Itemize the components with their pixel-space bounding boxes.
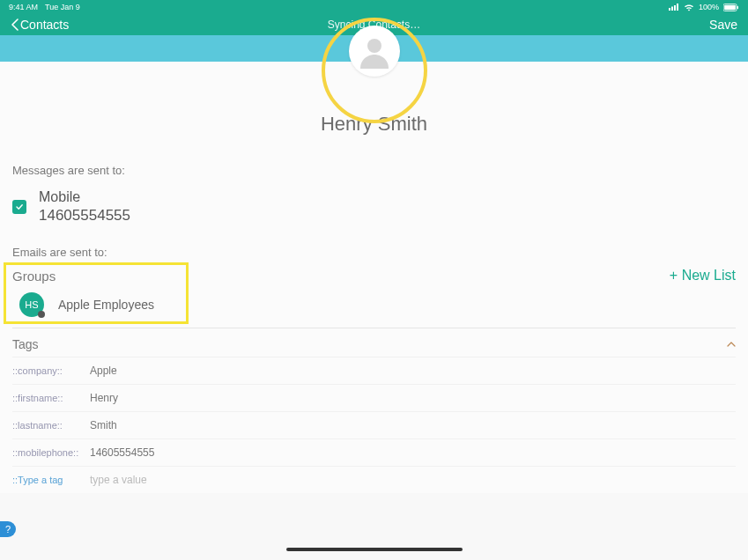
status-time: 9:41 AM [9,3,38,11]
svg-rect-5 [724,4,736,10]
status-date: Tue Jan 9 [45,3,80,11]
tag-key: ::lastname:: [12,420,90,431]
tag-key-input[interactable]: ::Type a tag [12,475,90,485]
chevron-up-icon [727,338,736,350]
svg-rect-2 [674,5,676,11]
profile-name: Henry Smith [0,113,748,136]
messages-label: Messages are sent to: [12,164,736,177]
chevron-left-icon [11,18,19,31]
status-battery-text: 100% [699,3,719,11]
tag-key: ::company:: [12,365,90,376]
tag-key: ::mobilephone:: [12,447,90,458]
group-item[interactable]: HS Apple Employees [12,284,736,326]
tag-value: Smith [90,419,117,431]
tag-key: ::firstname:: [12,393,90,403]
back-button[interactable]: Contacts [11,18,69,32]
svg-rect-0 [669,8,670,11]
signal-icon [669,4,679,11]
wifi-icon [684,4,694,11]
tag-value: 14605554555 [90,446,154,459]
svg-rect-3 [677,4,678,11]
svg-rect-6 [737,5,739,8]
tag-value: Henry [90,392,118,404]
status-bar: 9:41 AM Tue Jan 9 100% [0,0,748,14]
mobile-type-label: Mobile [39,189,130,205]
person-icon [357,33,392,69]
svg-point-7 [367,39,381,53]
avatar[interactable] [349,26,400,77]
tag-value-input[interactable]: type a value [90,474,147,486]
group-avatar-badge: HS [19,292,44,317]
svg-rect-1 [671,7,673,11]
help-button[interactable]: ? [0,521,16,537]
new-list-button[interactable]: + New List [670,268,736,284]
content: Henry Smith Messages are sent to: Mobile… [0,35,748,493]
tag-row[interactable]: ::firstname:: Henry [12,384,736,411]
divider [12,328,736,328]
mobile-checkbox[interactable] [12,200,26,214]
emails-label: Emails are sent to: [0,233,748,262]
tag-value: Apple [90,365,117,377]
mobile-destination-row[interactable]: Mobile 14605554555 [12,184,736,230]
tag-row[interactable]: ::lastname:: Smith [12,411,736,438]
tags-title: Tags [12,337,39,351]
mobile-number: 14605554555 [39,207,130,225]
back-label: Contacts [20,18,69,32]
groups-title: Groups [12,269,56,284]
home-indicator[interactable] [286,548,463,551]
battery-icon [723,4,739,11]
save-button[interactable]: Save [709,18,737,32]
check-icon [15,203,24,211]
tag-row[interactable]: ::company:: Apple [12,357,736,384]
tags-header[interactable]: Tags [12,337,736,351]
tag-row-new[interactable]: ::Type a tag type a value [12,466,736,493]
tag-row[interactable]: ::mobilephone:: 14605554555 [12,438,736,466]
group-name: Apple Employees [58,298,154,312]
